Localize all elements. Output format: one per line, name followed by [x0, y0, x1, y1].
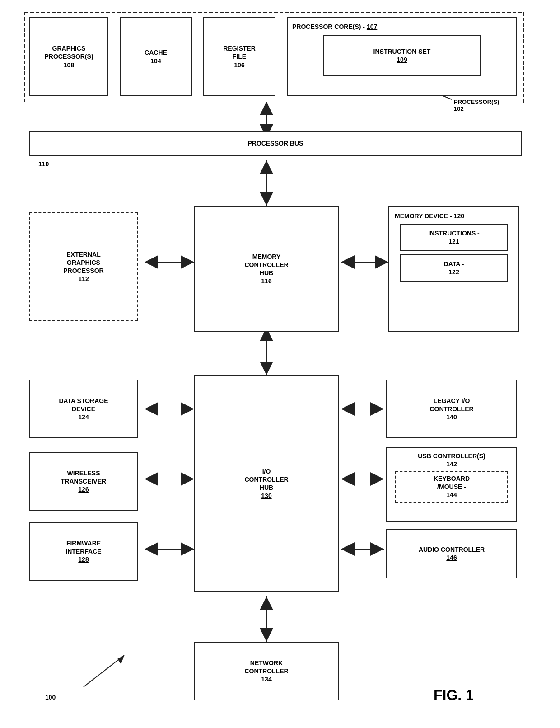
io-controller-hub-box: I/OCONTROLLERHUB 130 [194, 375, 339, 592]
svg-marker-13 [375, 255, 388, 269]
processor-bus-label: PROCESSOR BUS [248, 139, 303, 147]
processor-core-label: PROCESSOR CORE(S) - [292, 23, 367, 30]
processor-core-outer-box: PROCESSOR CORE(S) - 107 INSTRUCTION SET … [287, 17, 517, 96]
processors-label: PROCESSOR(S) 102 [454, 99, 499, 112]
svg-marker-19 [181, 402, 194, 416]
label-100: 100 [45, 694, 56, 701]
data-122-num: 122 [448, 268, 459, 276]
audio-controller-box: AUDIO CONTROLLER 146 [386, 529, 517, 578]
graphics-processor-box: GRAPHICS PROCESSOR(S) 108 [29, 17, 108, 96]
memory-device-num: 120 [454, 212, 464, 220]
keyboard-mouse-label: KEYBOARD/MOUSE - [434, 474, 470, 491]
keyboard-mouse-num: 144 [446, 491, 457, 499]
svg-marker-42 [117, 655, 124, 664]
legacy-io-box: LEGACY I/OCONTROLLER 140 [386, 380, 517, 438]
memory-device-outer-box: MEMORY DEVICE - 120 INSTRUCTIONS - 121 D… [388, 206, 519, 332]
svg-marker-18 [145, 402, 158, 416]
graphics-processor-num: 108 [64, 61, 74, 69]
svg-marker-38 [260, 628, 273, 642]
data-storage-label: DATA STORAGEDEVICE [59, 397, 108, 413]
svg-marker-9 [145, 255, 158, 269]
external-graphics-num: 112 [78, 275, 89, 283]
data-122-box: DATA - 122 [400, 254, 508, 282]
register-file-label: REGISTERFILE [223, 44, 256, 61]
data-122-label: DATA - [444, 260, 464, 268]
usb-controller-num: 142 [418, 460, 485, 468]
processor-bus-box: PROCESSOR BUS [29, 131, 522, 156]
io-controller-hub-num: 130 [261, 492, 271, 500]
wireless-transceiver-box: WIRELESSTRANSCEIVER 126 [29, 452, 138, 511]
svg-line-41 [84, 655, 124, 687]
firmware-interface-num: 128 [78, 555, 89, 564]
graphics-processor-label: GRAPHICS PROCESSOR(S) [30, 44, 107, 61]
diagram: GRAPHICS PROCESSOR(S) 108 CACHE 104 REGI… [0, 0, 560, 728]
usb-outer-box: USB CONTROLLER(S) 142 KEYBOARD/MOUSE - 1… [386, 447, 517, 522]
cache-box: CACHE 104 [120, 17, 192, 96]
memory-controller-hub-box: MEMORYCONTROLLERHUB 116 [194, 206, 339, 332]
instructions-label: INSTRUCTIONS - [428, 229, 480, 237]
memory-controller-hub-label: MEMORYCONTROLLERHUB [244, 253, 288, 277]
cache-num: 104 [150, 57, 161, 65]
svg-marker-24 [145, 542, 158, 556]
svg-marker-27 [341, 402, 355, 416]
data-storage-num: 124 [78, 413, 89, 421]
instruction-set-num: 109 [397, 56, 407, 64]
cache-label: CACHE [145, 48, 167, 56]
svg-marker-28 [370, 402, 384, 416]
network-controller-label: NETWORKCONTROLLER [244, 659, 288, 675]
firmware-interface-label: FIRMWAREINTERFACE [65, 539, 101, 555]
fig-1-label: FIG. 1 [434, 687, 474, 704]
label-110: 110 [38, 160, 49, 168]
memory-device-label: MEMORY DEVICE - [395, 212, 454, 220]
register-file-box: REGISTERFILE 106 [203, 17, 275, 96]
svg-marker-36 [260, 596, 273, 610]
svg-marker-16 [260, 362, 273, 375]
network-controller-box: NETWORKCONTROLLER 134 [194, 642, 339, 700]
instructions-num: 121 [448, 237, 459, 245]
svg-marker-7 [260, 192, 273, 206]
legacy-io-num: 140 [446, 413, 457, 421]
svg-marker-34 [370, 542, 384, 556]
processor-core-num: 107 [367, 23, 377, 30]
svg-marker-2 [260, 102, 273, 115]
register-file-num: 106 [234, 61, 244, 69]
svg-marker-31 [370, 472, 384, 486]
svg-marker-21 [145, 472, 158, 486]
legacy-io-label: LEGACY I/OCONTROLLER [429, 397, 473, 413]
wireless-transceiver-label: WIRELESSTRANSCEIVER [61, 469, 106, 485]
audio-controller-label: AUDIO CONTROLLER [419, 545, 485, 554]
io-controller-hub-label: I/OCONTROLLERHUB [244, 467, 288, 492]
wireless-transceiver-num: 126 [78, 485, 89, 493]
svg-marker-12 [341, 255, 355, 269]
external-graphics-box: EXTERNALGRAPHICSPROCESSOR 112 [29, 212, 138, 321]
memory-controller-hub-num: 116 [261, 277, 271, 285]
instruction-set-box: INSTRUCTION SET 109 [323, 35, 481, 76]
svg-marker-10 [181, 255, 194, 269]
svg-marker-30 [341, 472, 355, 486]
svg-marker-6 [260, 160, 273, 174]
svg-marker-33 [341, 542, 355, 556]
instructions-box: INSTRUCTIONS - 121 [400, 224, 508, 251]
firmware-interface-box: FIRMWAREINTERFACE 128 [29, 522, 138, 581]
external-graphics-label: EXTERNALGRAPHICSPROCESSOR [63, 250, 103, 275]
instruction-set-label: INSTRUCTION SET [373, 47, 431, 56]
svg-marker-25 [181, 542, 194, 556]
data-storage-box: DATA STORAGEDEVICE 124 [29, 380, 138, 438]
svg-marker-22 [181, 472, 194, 486]
keyboard-mouse-box: KEYBOARD/MOUSE - 144 [395, 471, 508, 503]
usb-controller-label: USB CONTROLLER(S) [418, 452, 485, 460]
audio-controller-num: 146 [446, 554, 457, 562]
network-controller-num: 134 [261, 675, 271, 683]
